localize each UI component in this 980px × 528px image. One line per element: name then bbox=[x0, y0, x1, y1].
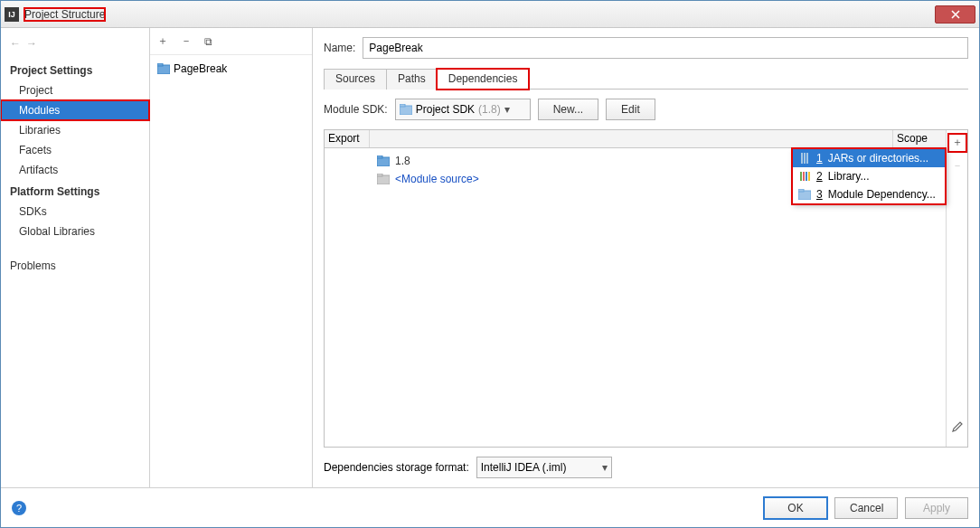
menu-num: 1 bbox=[816, 152, 823, 165]
chevron-down-icon: ▾ bbox=[504, 103, 510, 116]
sidebar-item-global-libraries[interactable]: Global Libraries bbox=[1, 222, 149, 241]
svg-rect-14 bbox=[808, 172, 810, 181]
new-sdk-button[interactable]: New... bbox=[538, 99, 598, 120]
menu-label: Module Dependency... bbox=[828, 188, 936, 201]
folder-icon bbox=[400, 104, 412, 115]
jar-icon bbox=[798, 152, 811, 165]
pencil-icon bbox=[951, 420, 964, 433]
module-tree-item[interactable]: PageBreak bbox=[154, 61, 308, 77]
menu-num: 2 bbox=[816, 170, 823, 183]
tab-sources[interactable]: Sources bbox=[324, 69, 387, 90]
apply-button[interactable]: Apply bbox=[905, 497, 968, 519]
tab-dependencies[interactable]: Dependencies bbox=[437, 69, 530, 90]
svg-rect-5 bbox=[377, 156, 382, 158]
content: ← → Project Settings Project Modules Lib… bbox=[1, 28, 979, 487]
deps-side-buttons: ＋ － bbox=[946, 130, 967, 447]
module-icon bbox=[157, 63, 170, 74]
svg-rect-8 bbox=[801, 153, 803, 164]
menu-item-module-dep[interactable]: 3 Module Dependency... bbox=[793, 185, 945, 203]
storage-value: IntelliJ IDEA (.iml) bbox=[481, 461, 567, 474]
close-icon bbox=[951, 10, 960, 19]
sdk-select[interactable]: Project SDK (1.8) ▾ bbox=[395, 99, 531, 120]
back-icon[interactable]: ← bbox=[10, 37, 21, 50]
forward-icon[interactable]: → bbox=[26, 37, 37, 50]
nav-arrows: ← → bbox=[1, 32, 149, 59]
window-title: Project Structure bbox=[24, 8, 105, 21]
sdk-label: Module SDK: bbox=[324, 103, 388, 116]
titlebar: IJ Project Structure bbox=[1, 1, 979, 28]
sdk-value: Project SDK bbox=[416, 103, 475, 116]
module-tree: PageBreak bbox=[150, 55, 312, 487]
sidebar-section-title: Platform Settings bbox=[1, 180, 149, 202]
remove-module-icon[interactable]: － bbox=[181, 33, 192, 49]
name-label: Name: bbox=[324, 42, 355, 54]
app-icon: IJ bbox=[5, 7, 19, 22]
tabs: Sources Paths Dependencies bbox=[324, 68, 968, 90]
sidebar-item-modules[interactable]: Modules bbox=[1, 100, 149, 120]
menu-num: 3 bbox=[816, 188, 823, 201]
col-export: Export bbox=[325, 130, 370, 147]
sidebar-item-libraries[interactable]: Libraries bbox=[1, 120, 149, 140]
sidebar-item-facets[interactable]: Facets bbox=[1, 140, 149, 160]
svg-rect-11 bbox=[800, 172, 802, 181]
storage-label: Dependencies storage format: bbox=[324, 461, 469, 474]
sdk-version: (1.8) bbox=[478, 103, 501, 116]
menu-label: JARs or directories... bbox=[828, 152, 928, 165]
module-tree-column: ＋ － ⧉ PageBreak bbox=[150, 28, 313, 487]
ok-button[interactable]: OK bbox=[764, 497, 827, 519]
copy-module-icon[interactable]: ⧉ bbox=[204, 35, 212, 48]
svg-rect-7 bbox=[377, 174, 382, 176]
add-dependency-menu: 1 JARs or directories... 2 Library... bbox=[792, 148, 946, 204]
help-button[interactable]: ? bbox=[12, 501, 26, 515]
name-input[interactable] bbox=[363, 37, 968, 59]
remove-dependency-button[interactable]: － bbox=[948, 157, 966, 175]
name-row: Name: bbox=[324, 37, 968, 59]
menu-item-library[interactable]: 2 Library... bbox=[793, 167, 945, 185]
main-panel: Name: Sources Paths Dependencies Module … bbox=[313, 28, 979, 487]
menu-label: Library... bbox=[828, 170, 870, 183]
edit-dependency-button[interactable] bbox=[948, 418, 966, 436]
svg-rect-9 bbox=[804, 153, 806, 164]
svg-rect-3 bbox=[400, 104, 405, 107]
dep-label: <Module source> bbox=[395, 173, 479, 185]
sidebar-item-project[interactable]: Project bbox=[1, 80, 149, 100]
sidebar-section-title: Project Settings bbox=[1, 59, 149, 80]
tab-paths[interactable]: Paths bbox=[386, 69, 438, 90]
col-scope: Scope bbox=[893, 130, 946, 147]
deps-header: Export Scope bbox=[325, 130, 946, 148]
svg-rect-10 bbox=[806, 153, 808, 164]
module-icon bbox=[798, 188, 811, 201]
sidebar-item-problems[interactable]: Problems bbox=[1, 256, 149, 276]
menu-item-jars[interactable]: 1 JARs or directories... bbox=[793, 149, 945, 167]
sidebar: ← → Project Settings Project Modules Lib… bbox=[1, 28, 150, 487]
library-icon bbox=[798, 170, 811, 183]
add-module-icon[interactable]: ＋ bbox=[157, 33, 168, 49]
close-button[interactable] bbox=[935, 5, 975, 24]
svg-rect-13 bbox=[806, 172, 807, 181]
folder-icon bbox=[377, 174, 390, 184]
footer: ? OK Cancel Apply bbox=[1, 487, 979, 527]
svg-rect-12 bbox=[803, 172, 805, 181]
add-dependency-button[interactable]: ＋ bbox=[948, 134, 966, 152]
svg-rect-1 bbox=[157, 63, 163, 66]
dep-label: 1.8 bbox=[395, 155, 410, 167]
edit-sdk-button[interactable]: Edit bbox=[606, 99, 655, 120]
sidebar-item-artifacts[interactable]: Artifacts bbox=[1, 160, 149, 180]
storage-select[interactable]: IntelliJ IDEA (.iml) ▾ bbox=[476, 457, 612, 478]
dependencies-area: Export Scope 1.8 bbox=[324, 129, 968, 448]
sdk-row: Module SDK: Project SDK (1.8) ▾ New... E… bbox=[324, 99, 968, 120]
folder-icon bbox=[377, 156, 390, 166]
sidebar-item-sdks[interactable]: SDKs bbox=[1, 202, 149, 222]
svg-rect-16 bbox=[798, 189, 804, 192]
col-main bbox=[370, 130, 893, 147]
cancel-button[interactable]: Cancel bbox=[834, 497, 898, 519]
module-tree-label: PageBreak bbox=[174, 62, 227, 75]
project-structure-window: IJ Project Structure ← → Project Setting… bbox=[0, 0, 980, 528]
chevron-down-icon: ▾ bbox=[602, 461, 608, 474]
storage-row: Dependencies storage format: IntelliJ ID… bbox=[324, 448, 968, 487]
module-toolbar: ＋ － ⧉ bbox=[150, 28, 312, 55]
